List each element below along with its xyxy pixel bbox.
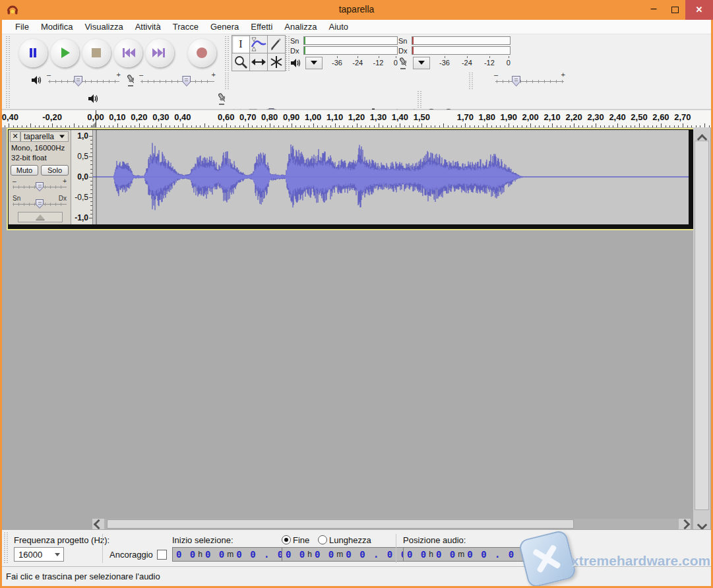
slider-track[interactable] [140,81,214,82]
draw-tool-button[interactable] [267,35,286,53]
selection-length-radio[interactable] [318,535,327,544]
edit-toolbar-grip[interactable] [225,73,229,90]
menu-tracce[interactable]: Tracce [167,20,204,33]
play-button[interactable] [50,38,79,67]
envelope-tool-button[interactable] [249,35,268,53]
ruler-label-0,80: 0,80 [261,112,278,122]
track-pan-slider[interactable]: Sn Dx [13,196,67,209]
vertical-scroll-thumb[interactable] [695,141,709,510]
play-speed-slider[interactable]: –+ [495,73,564,87]
vruler-tick [90,205,92,206]
playback-meter-bar-left[interactable] [303,36,398,45]
ruler-label-2,70: 2,70 [674,112,691,122]
meter-dropdown-button[interactable] [413,57,430,69]
track-close-button[interactable]: ✕ [10,131,20,142]
recording-meter-bar-left[interactable] [412,36,511,45]
ruler-label-0,90: 0,90 [283,112,299,122]
menu-genera[interactable]: Genera [204,20,245,33]
output-volume-thumb[interactable] [74,76,82,86]
playback-meter[interactable]: Sn Dx -36-24-120 [290,36,398,70]
menu-analizza[interactable]: Analizza [278,20,323,33]
audio-position-digits[interactable]: 0 0 [436,549,456,560]
skip-start-button[interactable] [113,38,142,67]
maximize-button[interactable] [664,0,685,20]
time-shift-tool-button[interactable] [249,53,268,71]
recording-meter-bar-right[interactable] [412,46,511,55]
selection-end-digits[interactable]: 0 0 [315,549,335,560]
selection-end-radio[interactable] [282,535,291,544]
recording-meter[interactable]: Sn Dx -36-24-120 [398,36,511,70]
track-pan-thumb[interactable] [36,199,44,209]
waveform-svg [93,130,689,224]
skip-end-button[interactable] [145,38,174,67]
vertical-scrollbar[interactable] [693,127,710,529]
menu-modifica[interactable]: Modifica [35,20,78,33]
track-menu-button[interactable]: taparella [20,131,69,142]
mute-button[interactable]: Muto [11,165,38,176]
menu-attivit[interactable]: Attività [129,20,167,33]
project-rate-combo[interactable]: 16000 [14,547,64,562]
track-gain-slider[interactable]: – + [13,179,67,192]
meter-channel-label: Dx [398,47,412,55]
output-volume-slider[interactable]: –+ [48,73,119,87]
record-button[interactable] [187,38,216,67]
vertical-ruler[interactable]: 1,00,50,0-0,5-1,0 [71,130,93,224]
timeline-ruler[interactable]: -0,40-0,200,000,100,200,300,400,600,700,… [0,110,713,128]
solo-button[interactable]: Solo [41,165,69,176]
gain-minus-label: – [13,178,16,185]
ruler-label-1,40: 1,40 [392,112,408,122]
scroll-right-arrow[interactable] [679,519,691,529]
zoom-tool-button[interactable] [232,53,250,71]
selection-start-digits[interactable]: 0 0 [205,549,226,560]
tools-toolbar-grip[interactable] [225,36,229,71]
ruler-label-2,50: 2,50 [631,112,647,122]
device-toolbar-grip-end[interactable] [418,91,421,108]
snap-to-checkbox[interactable] [157,550,167,560]
audio-position-digits[interactable]: 0 0 . 0 0 0 [467,549,543,560]
close-button[interactable]: ✕ [685,0,713,20]
horizontal-scrollbar[interactable] [92,519,691,529]
titlebar[interactable]: taparella – ✕ [0,0,713,20]
meter-toolbar-grip[interactable] [286,36,290,71]
selection-tool-button[interactable]: I [232,35,250,53]
audio-track[interactable]: ✕ taparella Mono, 16000Hz 32-bit float M… [7,128,695,230]
playback-meter-bar-right[interactable] [303,46,398,55]
ruler-label-0,60: 0,60 [218,112,234,122]
pause-button[interactable] [18,38,47,67]
menu-visualizza[interactable]: Visualizza [78,20,129,33]
selection-toolbar-grip[interactable] [4,533,8,564]
playspeed-toolbar-grip[interactable] [469,73,473,90]
input-volume-thumb[interactable] [182,76,191,86]
device-toolbar-grip[interactable] [6,91,10,108]
meter-channel-label: Sn [290,37,303,45]
selection-end-digits[interactable]: 0 0 [286,549,306,560]
ruler-label-2,00: 2,00 [522,112,539,122]
time-field-dropdown[interactable] [551,548,561,561]
vruler-tick [90,140,92,141]
scroll-left-arrow[interactable] [92,519,104,529]
horizontal-scroll-thumb[interactable] [107,519,574,529]
track-gain-thumb[interactable] [36,182,44,191]
audio-position-field[interactable]: 0 0h0 0m0 0 . 0 0 0s [403,547,561,562]
stop-button[interactable] [82,38,111,67]
menu-aiuto[interactable]: Aiuto [323,20,354,33]
ruler-label-0,70: 0,70 [239,112,256,122]
stop-icon [88,45,104,61]
mixer-toolbar-grip[interactable] [6,73,10,90]
selection-start-digits[interactable]: 0 0 [176,549,197,560]
slider-track[interactable] [495,81,564,82]
waveform-display[interactable] [93,130,689,224]
play-speed-thumb[interactable] [512,76,520,86]
multi-tool-button[interactable] [267,53,286,71]
minimize-button[interactable]: – [643,0,664,20]
meter-dropdown-button[interactable] [305,57,323,69]
ruler-label-0,30: 0,30 [152,112,169,122]
transport-toolbar-grip[interactable] [6,36,10,71]
menu-effetti[interactable]: Effetti [245,20,278,33]
input-volume-slider[interactable]: –+ [140,73,214,87]
slider-track[interactable] [48,81,119,82]
track-collapse-button[interactable] [18,212,63,222]
menu-file[interactable]: File [9,20,35,33]
ruler-label-0,20: 0,20 [131,112,147,122]
audio-position-digits[interactable]: 0 0 [407,549,427,560]
